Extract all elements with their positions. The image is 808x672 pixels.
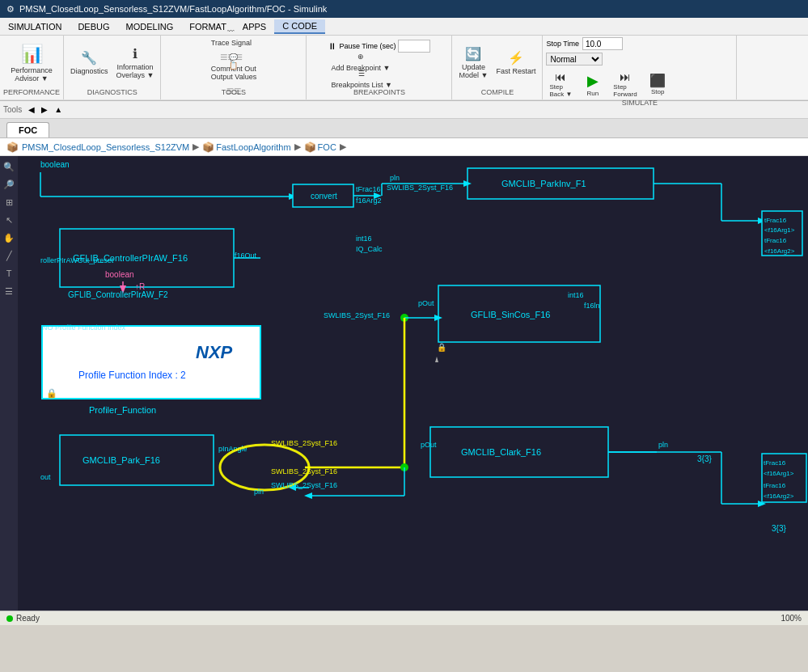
svg-text:rollerPIrAWOut_preset: rollerPIrAWOut_preset — [40, 256, 114, 264]
trace-signal-btn[interactable]: 〰 Trace Signal ≡≡≡ — [208, 39, 255, 53]
svg-text:IQ_Calc: IQ_Calc — [356, 245, 383, 253]
back-btn[interactable]: ◀ — [25, 104, 38, 115]
tools-group-label: TOOLS — [222, 88, 246, 98]
breakpoints-list-btn[interactable]: ☰ Breakpoints List ▼ — [328, 72, 395, 87]
svg-text:SWLIBS_2Syst_F16: SWLIBS_2Syst_F16 — [387, 184, 453, 192]
svg-text:pln: pln — [254, 488, 264, 496]
run-btn[interactable]: ▶ Run — [578, 70, 607, 99]
svg-text:NO Profile Function Index: NO Profile Function Index — [42, 323, 126, 332]
simulate-buttons-row: ⏮ StepBack ▼ ▶ Run ⏭ StepForward ⬛ Stop — [546, 70, 671, 99]
fast-restart-btn[interactable]: ⚡ Fast Restart — [493, 39, 539, 87]
diagram[interactable]: boolean convert tFrac16 f16Arg2 pln SWLI… — [18, 156, 808, 625]
app-icon: ⚙ — [6, 4, 15, 15]
model-icon: 📦 — [6, 142, 19, 153]
bc-sep-1: ▶ — [294, 142, 301, 152]
comment-icon: 💬 — [229, 53, 238, 61]
bc-icon-2: 📦 — [304, 142, 316, 153]
compile-group-label: COMPILE — [481, 88, 514, 98]
pan-tool[interactable]: ✋ — [2, 230, 16, 245]
text-tool[interactable]: T — [2, 266, 16, 281]
zoom-out-tool[interactable]: 🔎 — [2, 177, 16, 192]
svg-text:GFLIB_ControllerPIrAW_F2: GFLIB_ControllerPIrAW_F2 — [68, 290, 168, 299]
add-bp-icon: ⊕ — [357, 53, 364, 61]
menu-simulation[interactable]: SIMULATION — [0, 20, 70, 33]
diagnostics-btn[interactable]: 🔧 Diagnostics — [67, 39, 112, 87]
wire-tool[interactable]: ╱ — [2, 248, 16, 263]
performance-group-label: PERFORMANCE — [3, 88, 60, 98]
tools-label: Tools — [3, 105, 22, 114]
step-forward-icon: ⏭ — [620, 70, 631, 83]
stop-time-input[interactable] — [582, 37, 623, 50]
ribbon-group-tools: 〰 Trace Signal ≡≡≡ 💬 Comment Out 📋 Outpu… — [161, 36, 307, 99]
svg-text:boolean: boolean — [105, 270, 134, 279]
tab-foc[interactable]: FOC — [6, 122, 49, 137]
add-breakpoint-btn[interactable]: ⊕ Add Breakpoint ▼ — [328, 55, 393, 70]
svg-text:tFrac16: tFrac16 — [764, 482, 786, 489]
step-forward-btn[interactable]: ⏭ StepForward — [610, 70, 640, 99]
bc-sep-0: ▶ — [192, 142, 199, 152]
svg-text:convert: convert — [311, 192, 337, 201]
ribbon-group-compile: 🔄 UpdateModel ▼ ⚡ Fast Restart COMPILE — [452, 36, 543, 99]
step-back-btn[interactable]: ⏮ StepBack ▼ — [546, 70, 575, 99]
zoom-in-tool[interactable]: 🔍 — [2, 159, 16, 174]
svg-text:🔒: 🔒 — [437, 342, 447, 353]
update-icon: 🔄 — [465, 46, 481, 61]
statusbar: Ready 100% — [0, 611, 808, 625]
boolean-top-label: boolean — [40, 160, 70, 169]
svg-text:SWLIBS_2Syst_F16: SWLIBS_2Syst_F16 — [324, 311, 390, 319]
fast-restart-icon: ⚡ — [508, 50, 524, 66]
svg-text:🔒: 🔒 — [46, 387, 57, 399]
ribbon-group-breakpoints: ⏸ Pause Time (sec) ⊕ Add Breakpoint ▼ ☰ … — [307, 36, 452, 99]
menu-format[interactable]: FORMAT — [181, 20, 235, 33]
ribbon-group-diagnostics: 🔧 Diagnostics ℹ InformationOverlays ▼ DI… — [64, 36, 161, 99]
pause-time-input[interactable] — [398, 40, 430, 53]
svg-text:NXP: NXP — [196, 342, 233, 362]
simulation-mode-select[interactable]: Normal Accelerator — [546, 53, 603, 66]
ribbon: 📊 PerformanceAdvisor ▼ PERFORMANCE 🔧 Dia… — [0, 36, 808, 101]
tabbar: FOC — [0, 119, 808, 138]
output-values-btn[interactable]: 📋 Output Values ≡≡ — [208, 73, 260, 87]
svg-text:<f16Arg2>: <f16Arg2> — [764, 247, 795, 255]
svg-text:<f16Arg2>: <f16Arg2> — [764, 492, 794, 500]
run-icon: ▶ — [587, 72, 599, 90]
svg-text:GMCLIB_Park_F16: GMCLIB_Park_F16 — [82, 455, 160, 465]
ribbon-group-performance: 📊 PerformanceAdvisor ▼ PERFORMANCE — [0, 36, 64, 99]
menu-apps[interactable]: APPS — [235, 20, 274, 33]
menu-debug[interactable]: DEBUG — [70, 20, 117, 33]
breadcrumb: 📦 PMSM_ClosedLoop_Sensorless_S12ZVM ▶ 📦 … — [0, 138, 808, 156]
pause-icon: ⏸ — [328, 41, 336, 51]
svg-text:pOut: pOut — [421, 441, 437, 449]
bp-list-icon: ☰ — [358, 70, 365, 78]
stop-btn[interactable]: ⬛ Stop — [644, 70, 672, 99]
forward-btn[interactable]: ▶ — [38, 104, 51, 115]
bc-item-0[interactable]: PMSM_ClosedLoop_Sensorless_S12ZVM — [22, 142, 189, 152]
diagnostics-icon: 🔧 — [81, 50, 97, 66]
update-model-btn[interactable]: 🔄 UpdateModel ▼ — [455, 39, 491, 87]
svg-text:GMCLIB_Clark_F16: GMCLIB_Clark_F16 — [461, 447, 541, 457]
svg-text:Profiler_Function: Profiler_Function — [89, 405, 156, 415]
svg-text:SWLIBS_2Syst_F16: SWLIBS_2Syst_F16 — [271, 467, 337, 475]
menubar: SIMULATION DEBUG MODELING FORMAT APPS C … — [0, 18, 808, 36]
svg-text:SWLIBS_2Syst_F16: SWLIBS_2Syst_F16 — [271, 439, 337, 447]
breakpoints-group-label: BREAKPOINTS — [353, 88, 405, 98]
menu-ccode[interactable]: C CODE — [274, 19, 325, 34]
information-overlays-btn[interactable]: ℹ InformationOverlays ▼ — [113, 39, 158, 87]
menu-modeling[interactable]: MODELING — [118, 20, 182, 33]
bc-icon-1: 📦 — [202, 142, 214, 153]
bc-item-1[interactable]: FastLoopAlgorithm — [216, 142, 290, 152]
svg-text:f16Arg2: f16Arg2 — [356, 197, 382, 205]
performance-advisor-btn[interactable]: 📊 PerformanceAdvisor ▼ — [7, 39, 56, 87]
select-tool[interactable]: ↖ — [2, 213, 16, 227]
props-tool[interactable]: ☰ — [2, 284, 16, 298]
bc-item-2[interactable]: FOC — [318, 142, 336, 152]
info-icon: ℹ — [133, 46, 137, 61]
diagram-svg: boolean convert tFrac16 f16Arg2 pln SWLI… — [18, 156, 808, 625]
svg-text:<f16Arg1>: <f16Arg1> — [764, 470, 794, 477]
zoom-fit-tool[interactable]: ⊞ — [2, 195, 16, 209]
ribbon-group-simulate: Stop Time Normal Accelerator ⏮ StepBack … — [543, 36, 737, 99]
svg-text:Profile Function Index : 2: Profile Function Index : 2 — [78, 370, 186, 381]
up-btn[interactable]: ▲ — [51, 104, 66, 115]
zoom-level: 100% — [781, 614, 802, 623]
canvas-area: 🔍 🔎 ⊞ ↖ ✋ ╱ T ☰ boolean convert tFrac16 — [0, 156, 808, 625]
svg-text:tFrac16: tFrac16 — [356, 185, 381, 193]
